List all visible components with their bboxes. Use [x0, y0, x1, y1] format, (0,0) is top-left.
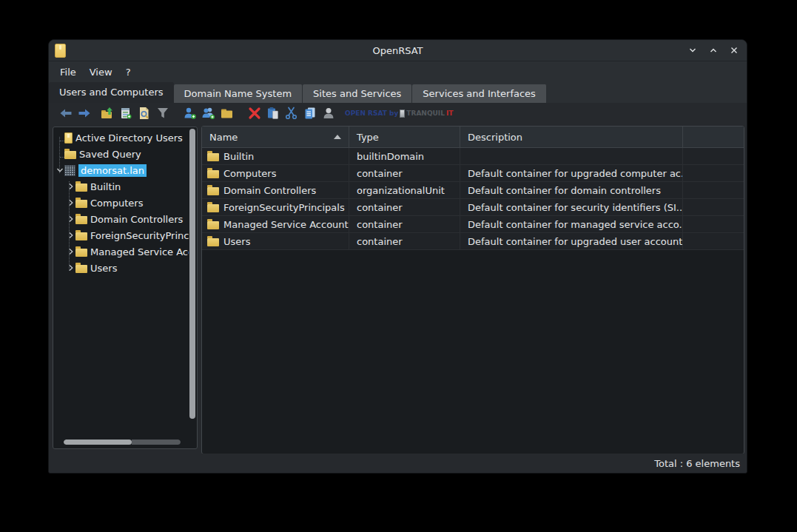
forward-arrow-icon — [77, 106, 92, 121]
delete-cross-icon — [247, 106, 262, 121]
folder-icon — [207, 221, 219, 229]
column-header-type[interactable]: Type — [349, 127, 460, 147]
tab-services-and-interfaces[interactable]: Services and Interfaces — [412, 84, 547, 103]
contact-button[interactable] — [319, 104, 337, 122]
scrollbar-thumb[interactable] — [189, 129, 195, 419]
table-row-computers[interactable]: Computers container Default container fo… — [202, 165, 744, 182]
tab-bar: Users and Computers Domain Name System S… — [49, 82, 747, 103]
brand-company: TRANQUIL — [406, 110, 445, 117]
folder-icon — [207, 153, 219, 161]
copy-button[interactable] — [300, 104, 319, 122]
content-area: Active Directory Users Saved Query demor… — [49, 124, 747, 454]
filter-button[interactable] — [153, 104, 172, 122]
folder-icon — [64, 151, 76, 159]
cut-scissors-icon — [284, 106, 299, 121]
expander-collapsed[interactable] — [66, 232, 75, 239]
tab-sites-and-services[interactable]: Sites and Services — [303, 84, 412, 103]
table-row-users[interactable]: Users container Default container for up… — [202, 233, 744, 250]
table-row-managed-service-accounts[interactable]: Managed Service Accounts container Defau… — [202, 216, 744, 233]
domain-building-icon — [64, 165, 75, 176]
menu-bar: File View ? — [49, 61, 747, 82]
directory-tree: Active Directory Users Saved Query demor… — [53, 129, 189, 437]
brand-suffix: IT — [446, 110, 454, 117]
attributes-button[interactable] — [116, 104, 135, 122]
folder-icon — [75, 249, 87, 257]
search-document-icon — [137, 106, 152, 121]
folder-icon — [207, 187, 219, 195]
column-header-empty[interactable] — [683, 127, 744, 147]
folder-icon — [75, 265, 87, 273]
tree-item-computers[interactable]: Computers — [53, 195, 189, 211]
status-bar: Total : 6 elements — [49, 454, 747, 473]
cut-button[interactable] — [282, 104, 300, 122]
tree-vertical-scrollbar[interactable] — [189, 129, 195, 419]
new-folder-icon — [220, 106, 235, 121]
tree-horizontal-scrollbar[interactable] — [64, 440, 181, 445]
total-elements-label: Total : 6 elements — [654, 458, 740, 469]
tab-users-and-computers[interactable]: Users and Computers — [49, 82, 174, 103]
tree-item-saved-query[interactable]: Saved Query — [53, 146, 189, 162]
brand-logo-text: OPEN RSAT by TRANQUIL IT — [345, 110, 453, 118]
expander-collapsed[interactable] — [66, 248, 75, 255]
table-row-builtin[interactable]: Builtin builtinDomain — [202, 148, 744, 165]
tree-item-builtin[interactable]: Builtin — [53, 178, 189, 195]
menu-view[interactable]: View — [83, 64, 119, 80]
new-ou-button[interactable] — [218, 104, 236, 122]
folder-icon — [207, 238, 219, 246]
delete-button[interactable] — [245, 104, 263, 122]
sort-ascending-icon — [334, 135, 341, 139]
folder-icon — [207, 204, 219, 212]
chevron-up-icon — [709, 46, 718, 55]
minimize-button[interactable] — [685, 44, 699, 58]
add-group-icon — [201, 106, 216, 121]
copy-pages-icon — [303, 106, 317, 121]
tree-item-domain-controllers[interactable]: Domain Controllers — [53, 211, 189, 227]
scrollbar-thumb[interactable] — [64, 440, 132, 445]
tab-domain-name-system[interactable]: Domain Name System — [174, 84, 303, 103]
column-header-description[interactable]: Description — [460, 127, 683, 147]
menu-file[interactable]: File — [53, 64, 83, 80]
add-user-button[interactable] — [181, 104, 199, 122]
window-titlebar[interactable]: OpenRSAT — [49, 40, 747, 61]
forward-button[interactable] — [75, 104, 93, 122]
table-row-domain-controllers[interactable]: Domain Controllers organizationalUnit De… — [202, 182, 744, 199]
folder-icon — [75, 183, 87, 192]
search-button[interactable] — [135, 104, 153, 122]
folder-icon — [207, 170, 219, 178]
parent-folder-icon — [100, 106, 115, 121]
note-icon — [64, 132, 73, 144]
tree-item-managed-service-accounts[interactable]: Managed Service Accounts — [53, 243, 189, 260]
back-button[interactable] — [56, 104, 75, 122]
tranquilit-logo-icon — [400, 110, 405, 118]
expander-collapsed[interactable] — [66, 215, 75, 223]
expander-collapsed[interactable] — [66, 264, 75, 272]
back-arrow-icon — [58, 106, 73, 121]
window-title: OpenRSAT — [49, 45, 747, 56]
tree-item-foreignsecurityprincipals[interactable]: ForeignSecurityPrincipals — [53, 227, 189, 243]
filter-funnel-icon — [155, 106, 170, 121]
attribute-list-icon — [118, 106, 133, 121]
app-window: OpenRSAT File View ? Users and Computers… — [48, 39, 747, 474]
table-header: Name Type Description — [202, 127, 744, 148]
tree-item-demorsat-lan[interactable]: demorsat.lan — [53, 162, 189, 178]
up-level-button[interactable] — [98, 104, 116, 122]
folder-icon — [75, 200, 87, 208]
scrollbar-track[interactable] — [132, 440, 181, 445]
maximize-button[interactable] — [706, 44, 720, 58]
close-button[interactable] — [727, 44, 741, 58]
expander-expanded[interactable] — [55, 166, 64, 174]
paste-button[interactable] — [263, 104, 282, 122]
menu-help[interactable]: ? — [119, 64, 138, 80]
tree-item-users[interactable]: Users — [53, 260, 189, 276]
folder-icon — [75, 232, 87, 240]
tree-item-active-directory-users[interactable]: Active Directory Users — [53, 129, 189, 146]
close-icon — [730, 46, 739, 55]
object-list-panel: Name Type Description Builtin builtinDom… — [201, 126, 744, 454]
add-group-button[interactable] — [199, 104, 218, 122]
paste-clipboard-icon — [266, 106, 280, 121]
column-header-name[interactable]: Name — [202, 127, 349, 147]
table-row-foreignsecurityprincipals[interactable]: ForeignSecurityPrincipals container Defa… — [202, 199, 744, 216]
brand-prefix: OPEN RSAT by — [345, 110, 398, 117]
expander-collapsed[interactable] — [66, 183, 75, 190]
expander-collapsed[interactable] — [66, 199, 75, 206]
